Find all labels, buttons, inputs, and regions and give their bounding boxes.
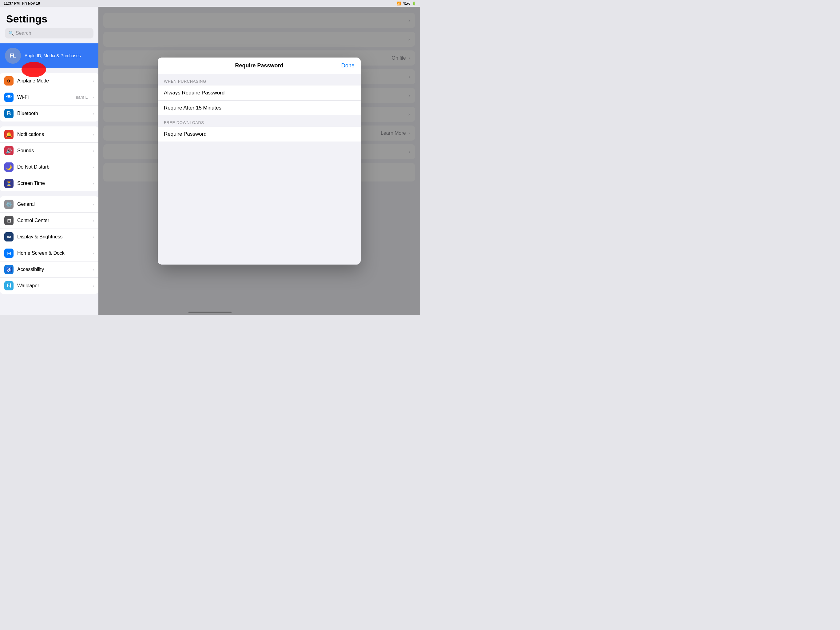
bluetooth-icon: B [4, 109, 14, 118]
chevron-icon: › [93, 95, 94, 100]
status-date: Fri Nov 19 [22, 1, 40, 6]
modal-row-always[interactable]: Always Require Password [158, 85, 361, 101]
modal-overlay: Require Password Done WHEN PURCHASING Al… [98, 7, 420, 315]
search-placeholder: Search [16, 30, 32, 36]
sidebar-label-donotdisturb: Do Not Disturb [17, 164, 88, 170]
chevron-icon: › [93, 251, 94, 256]
chevron-icon: › [93, 78, 94, 83]
sidebar-item-donotdisturb[interactable]: 🌙 Do Not Disturb › [0, 159, 98, 175]
battery-icon: 🔋 [412, 2, 416, 6]
sidebar-item-sounds[interactable]: 🔊 Sounds › [0, 143, 98, 159]
main-layout: Settings 🔍 Search FL Apple ID, Media & P… [0, 7, 420, 315]
settings-group-notifications: 🔔 Notifications › 🔊 Sounds › 🌙 Do Not Di… [0, 127, 98, 192]
sidebar-label-controlcenter: Control Center [17, 218, 88, 223]
search-bar[interactable]: 🔍 Search [5, 28, 93, 38]
wifi-icon: 📶 [396, 2, 401, 6]
modal-row-requirepwd[interactable]: Require Password [158, 127, 361, 141]
search-icon: 🔍 [9, 31, 14, 36]
sidebar-label-wifi: Wi-Fi [17, 95, 70, 100]
when-purchasing-header: WHEN PURCHASING [158, 74, 361, 85]
chevron-icon: › [93, 111, 94, 116]
settings-title: Settings [0, 7, 98, 28]
sidebar-label-accessibility: Accessibility [17, 267, 88, 272]
chevron-icon: › [93, 234, 94, 239]
sidebar-label-wallpaper: Wallpaper [17, 283, 88, 288]
controlcenter-icon: ⊟ [4, 216, 14, 225]
sidebar-item-notifications[interactable]: 🔔 Notifications › [0, 127, 98, 143]
wifi-settings-icon [4, 93, 14, 102]
sounds-icon: 🔊 [4, 146, 14, 155]
modal-header: Require Password Done [158, 57, 361, 74]
modal-done-button[interactable]: Done [336, 62, 355, 69]
screentime-icon: ⏳ [4, 179, 14, 188]
profile-subtitle: Apple ID, Media & Purchases [25, 53, 81, 58]
modal-row-after15[interactable]: Require After 15 Minutes [158, 101, 361, 116]
settings-group-connectivity: ✈ Airplane Mode › Wi-Fi Team L › [0, 73, 98, 122]
airplane-icon: ✈ [4, 76, 14, 85]
status-bar: 11:37 PM Fri Nov 19 📶 41% 🔋 [0, 0, 420, 7]
sidebar-label-screentime: Screen Time [17, 180, 88, 186]
sidebar-label-homescreen: Home Screen & Dock [17, 250, 88, 256]
require-password-modal: Require Password Done WHEN PURCHASING Al… [158, 57, 361, 264]
sidebar-label-notifications: Notifications [17, 131, 88, 137]
sidebar-label-sounds: Sounds [17, 148, 88, 154]
sidebar-item-homescreen[interactable]: ⊞ Home Screen & Dock › [0, 245, 98, 261]
chevron-icon: › [93, 165, 94, 169]
sidebar-label-bluetooth: Bluetooth [17, 111, 88, 116]
modal-body [158, 141, 361, 264]
red-blob [22, 62, 46, 77]
wifi-value: Team L [74, 95, 88, 100]
sidebar-item-wifi[interactable]: Wi-Fi Team L › [0, 89, 98, 106]
general-icon: ⚙️ [4, 199, 14, 209]
settings-group-display: ⚙️ General › ⊟ Control Center › AA Displ… [0, 196, 98, 294]
status-icons: 📶 41% 🔋 [396, 1, 416, 6]
home-indicator [188, 312, 232, 313]
free-downloads-section: Require Password [158, 127, 361, 141]
sidebar-item-display[interactable]: AA Display & Brightness › [0, 229, 98, 245]
modal-title: Require Password [182, 62, 336, 69]
free-downloads-header: FREE DOWNLOADS [158, 116, 361, 127]
sidebar-item-screentime[interactable]: ⏳ Screen Time › [0, 175, 98, 192]
chevron-icon: › [93, 202, 94, 207]
sidebar-item-controlcenter[interactable]: ⊟ Control Center › [0, 212, 98, 229]
profile-section[interactable]: FL Apple ID, Media & Purchases [0, 43, 98, 68]
status-time: 11:37 PM [4, 1, 20, 6]
sidebar: Settings 🔍 Search FL Apple ID, Media & P… [0, 7, 98, 315]
chevron-icon: › [93, 148, 94, 153]
accessibility-icon: ♿ [4, 265, 14, 274]
sidebar-item-wallpaper[interactable]: 🖼 Wallpaper › [0, 278, 98, 294]
sidebar-item-bluetooth[interactable]: B Bluetooth › [0, 106, 98, 122]
right-content: › › On file › › [98, 7, 420, 315]
avatar: FL [5, 47, 21, 64]
homescreen-icon: ⊞ [4, 249, 14, 258]
sidebar-label-display: Display & Brightness [17, 234, 88, 240]
when-purchasing-section: Always Require Password Require After 15… [158, 85, 361, 116]
chevron-icon: › [93, 132, 94, 137]
chevron-icon: › [93, 283, 94, 288]
wallpaper-icon: 🖼 [4, 281, 14, 290]
sidebar-item-accessibility[interactable]: ♿ Accessibility › [0, 261, 98, 278]
chevron-icon: › [93, 218, 94, 223]
sidebar-item-general[interactable]: ⚙️ General › [0, 196, 98, 212]
sidebar-item-airplane[interactable]: ✈ Airplane Mode › [0, 73, 98, 89]
notifications-icon: 🔔 [4, 130, 14, 139]
chevron-icon: › [93, 181, 94, 186]
sidebar-label-general: General [17, 201, 88, 207]
chevron-icon: › [93, 267, 94, 272]
display-icon: AA [4, 232, 14, 242]
avatar-initials: FL [9, 52, 16, 59]
donotdisturb-icon: 🌙 [4, 162, 14, 172]
battery-percent: 41% [403, 1, 410, 6]
sidebar-label-airplane: Airplane Mode [17, 78, 88, 84]
